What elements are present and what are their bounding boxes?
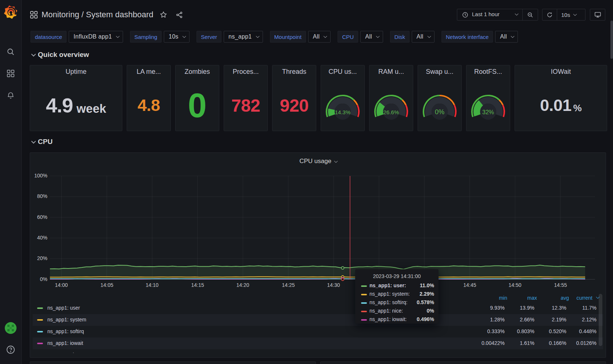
svg-text:32%: 32% [482,109,494,115]
svg-text:26.6%: 26.6% [383,109,399,115]
svg-text:14.3%: 14.3% [335,109,351,115]
svg-text:0%: 0% [435,108,444,116]
